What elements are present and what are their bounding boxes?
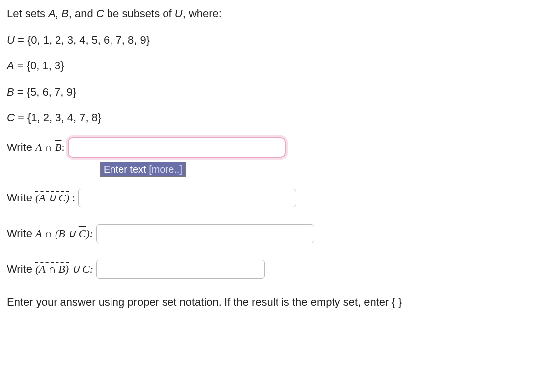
input-tooltip[interactable]: Enter text [more..] [100, 162, 186, 177]
set-u: U = {0, 1, 2, 3, 4, 5, 6, 7, 8, 9} [7, 33, 552, 48]
set-a: A = {0, 1, 3} [7, 59, 552, 73]
set-c: C = {1, 2, 3, 4, 7, 8} [7, 111, 552, 125]
answer-input-3[interactable] [96, 224, 314, 243]
answer-input-4[interactable] [96, 260, 265, 279]
question-1-label: Write A ∩ B: [7, 141, 65, 155]
text-caret [73, 142, 73, 153]
intro-text: Let sets A, B, and C be subsets of U, wh… [7, 7, 552, 21]
tooltip-row: Enter text [more..] [100, 162, 552, 177]
question-4-row: Write (A ∩ B) ∪ C: [7, 260, 552, 279]
question-1-row: Write A ∩ B: [7, 137, 552, 158]
question-3-label: Write A ∩ (B ∪ C): [7, 227, 93, 241]
answer-input-1[interactable] [68, 137, 286, 158]
question-2-row: Write (A ∪ C) : [7, 189, 552, 207]
answer-input-2[interactable] [78, 189, 296, 207]
question-4-label: Write (A ∩ B) ∪ C: [7, 262, 93, 277]
set-b: B = {5, 6, 7, 9} [7, 85, 552, 99]
question-3-row: Write A ∩ (B ∪ C): [7, 224, 552, 243]
instructions-text: Enter your answer using proper set notat… [7, 295, 552, 310]
question-2-label: Write (A ∪ C) : [7, 191, 75, 205]
